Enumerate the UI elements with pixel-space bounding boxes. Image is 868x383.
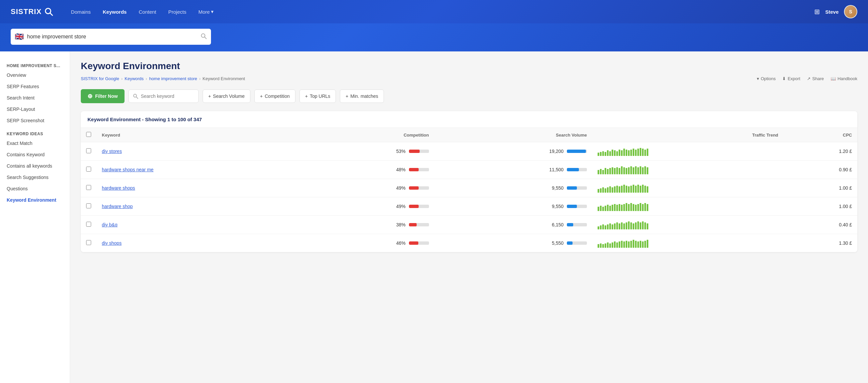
cpc-value: 1.30 £ (839, 240, 852, 246)
th-keyword[interactable]: Keyword (96, 128, 291, 142)
th-traffic-trend[interactable]: Traffic Trend (592, 128, 783, 142)
sidebar-item-search-intent[interactable]: Search Intent (0, 92, 70, 104)
filter-bar: ⊕ Filter Now + Search Volume + Competiti… (81, 89, 857, 103)
nav-projects[interactable]: Projects (163, 6, 191, 18)
spark-bar (602, 170, 604, 174)
keyword-link[interactable]: diy stores (102, 149, 122, 154)
spark-bar (640, 223, 641, 229)
nav-more[interactable]: More ▾ (194, 6, 218, 18)
spark-bar (600, 152, 601, 156)
row-checkbox[interactable] (86, 222, 91, 227)
spark-bar (635, 150, 637, 156)
competition-wrap: 48% (296, 167, 429, 172)
spark-bar (602, 207, 604, 211)
table-section: Keyword Environment - Showing 1 to 100 o… (81, 111, 857, 252)
sidebar-item-serp-layout[interactable]: SERP-Layout (0, 104, 70, 115)
spark-bar (623, 204, 625, 211)
search-input[interactable] (27, 34, 197, 40)
td-trend (592, 179, 783, 197)
spark-bar (637, 185, 639, 193)
td-cpc: 1.00 £ (783, 197, 857, 216)
spark-bar (647, 224, 648, 229)
share-action[interactable]: ↗ Share (807, 76, 824, 81)
row-checkbox[interactable] (86, 167, 91, 172)
spark-bar (612, 225, 613, 229)
filter-now-button[interactable]: ⊕ Filter Now (81, 89, 125, 103)
logo[interactable]: SISTRIX (11, 7, 53, 16)
spark-bar (612, 242, 613, 248)
sidebar-item-search-suggestions[interactable]: Search Suggestions (0, 172, 70, 183)
keyword-link[interactable]: hardware shops near me (102, 167, 154, 172)
breadcrumb-keywords[interactable]: Keywords (125, 76, 144, 81)
sidebar-item-serp-screenshot[interactable]: SERP Screenshot (0, 115, 70, 126)
breadcrumb-query[interactable]: home improvement store (149, 76, 197, 81)
avatar-inner: S (845, 6, 857, 18)
spark-bar (614, 224, 616, 229)
keyword-link[interactable]: diy b&q (102, 222, 118, 227)
td-cpc: 0.40 £ (783, 216, 857, 234)
search-button[interactable] (200, 33, 207, 41)
spark-bar (619, 150, 620, 156)
sidebar-item-keyword-environment[interactable]: Keyword Environment (0, 194, 70, 206)
row-checkbox[interactable] (86, 203, 91, 208)
volume-number: 5,550 (547, 240, 563, 246)
row-checkbox[interactable] (86, 148, 91, 153)
nav-content[interactable]: Content (134, 6, 161, 18)
sidebar-item-overview[interactable]: Overview (0, 69, 70, 81)
spark-bar (628, 167, 630, 174)
top-urls-button[interactable]: + Top URLs (300, 89, 336, 103)
export-action[interactable]: ⬇ Export (782, 76, 800, 81)
select-all-checkbox[interactable] (86, 132, 91, 137)
keyword-search-input[interactable] (141, 93, 194, 99)
handbook-action[interactable]: 📖 Handbook (831, 76, 857, 81)
th-cpc[interactable]: CPC (783, 128, 857, 142)
spark-bar (647, 240, 648, 248)
spark-bar (644, 241, 646, 248)
sidebar-item-contains-all[interactable]: Contains all keywords (0, 160, 70, 172)
options-action[interactable]: ▾ Options (757, 76, 776, 81)
td-checkbox (81, 142, 96, 160)
td-competition: 53% (291, 142, 434, 160)
td-cpc: 1.30 £ (783, 234, 857, 253)
row-checkbox[interactable] (86, 185, 91, 190)
search-volume-button[interactable]: + Search Volume (203, 89, 250, 103)
search-keyword-input-wrap (128, 89, 199, 103)
breadcrumb: SISTRIX for Google › Keywords › home imp… (81, 76, 857, 81)
sidebar-section-home: HOME IMPROVEMENT S... (0, 58, 70, 69)
th-competition[interactable]: Competition (291, 128, 434, 142)
keyword-link[interactable]: diy shops (102, 240, 122, 246)
sparkline (597, 202, 778, 211)
volume-bar-fill (567, 241, 572, 245)
sidebar-item-questions[interactable]: Questions (0, 183, 70, 194)
min-matches-button[interactable]: + Min. matches (340, 89, 383, 103)
spark-bar (604, 243, 606, 248)
sidebar-item-contains-keyword[interactable]: Contains Keyword (0, 149, 70, 160)
sidebar-item-exact-match[interactable]: Exact Match (0, 138, 70, 149)
th-search-volume[interactable]: Search Volume (434, 128, 592, 142)
competition-percent: 49% (394, 204, 406, 209)
spark-bar (626, 203, 627, 211)
volume-wrap: 6,150 (440, 222, 587, 227)
spark-bar (623, 149, 625, 156)
spark-bar (609, 206, 611, 211)
spark-bar (600, 226, 601, 229)
grid-icon[interactable]: ⊞ (814, 8, 820, 16)
keyword-link[interactable]: hardware shop (102, 204, 133, 209)
row-checkbox[interactable] (86, 240, 91, 245)
avatar[interactable]: S (844, 5, 857, 18)
cpc-value: 0.90 £ (839, 167, 852, 172)
flag-icon: 🇬🇧 (15, 32, 24, 41)
keyword-link[interactable]: hardware shops (102, 185, 135, 191)
sidebar-item-serp-features[interactable]: SERP Features (0, 81, 70, 92)
breadcrumb-sistrix[interactable]: SISTRIX for Google (81, 76, 119, 81)
td-trend (592, 216, 783, 234)
competition-button[interactable]: + Competition (254, 89, 296, 103)
spark-bar (614, 168, 616, 174)
nav-keywords[interactable]: Keywords (98, 6, 131, 18)
spark-bar (600, 243, 601, 248)
spark-bar (602, 225, 604, 229)
spark-bar (602, 151, 604, 156)
sparkline (597, 238, 778, 248)
nav-domains[interactable]: Domains (66, 6, 95, 18)
cpc-value: 1.20 £ (839, 149, 852, 154)
